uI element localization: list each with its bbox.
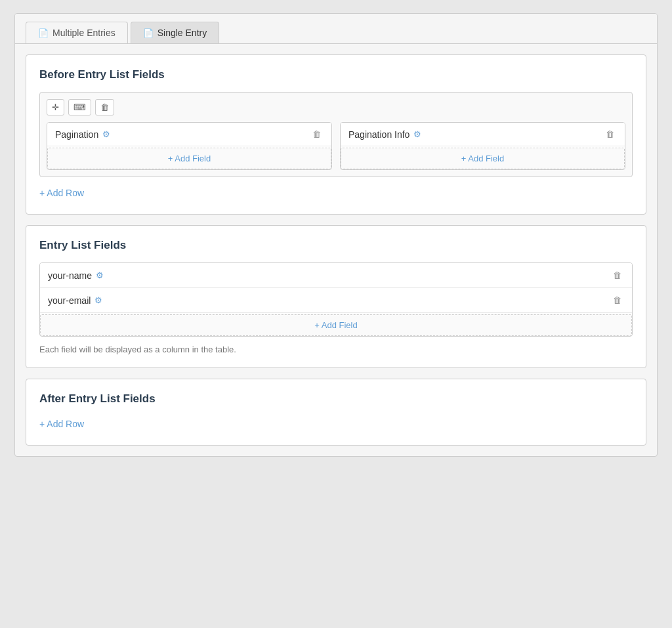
move-row-button[interactable]: ✛ <box>47 99 64 115</box>
pagination-info-field-name: Pagination Info <box>348 129 410 140</box>
after-entry-title: After Entry List Fields <box>39 392 633 406</box>
your-name-gear-icon[interactable]: ⚙ <box>96 270 104 280</box>
after-add-row-button[interactable]: + Add Row <box>39 416 84 432</box>
your-name-delete-icon[interactable]: 🗑 <box>610 269 624 282</box>
main-container: 📄 Multiple Entries 📄 Single Entry Before… <box>14 13 658 457</box>
columns-button[interactable]: ⌨ <box>68 99 91 115</box>
your-email-delete-icon[interactable]: 🗑 <box>610 294 624 306</box>
entry-list-fields-container: your-name ⚙ 🗑 your-email ⚙ 🗑 + Add Field <box>39 262 633 337</box>
pagination-field-name: Pagination <box>55 129 98 140</box>
tab-multiple-label: Multiple Entries <box>52 28 116 38</box>
before-add-row-button[interactable]: + Add Row <box>39 185 84 201</box>
entry-list-hint: Each field will be displayed as a column… <box>39 345 633 354</box>
before-entry-column-1: Pagination ⚙ 🗑 + Add Field <box>47 122 332 170</box>
section-entry-list: Entry List Fields your-name ⚙ 🗑 your-ema… <box>26 225 646 368</box>
your-email-field-item: your-email ⚙ 🗑 <box>40 288 632 313</box>
tab-single-entry[interactable]: 📄 Single Entry <box>131 22 219 43</box>
entry-list-add-field-button[interactable]: + Add Field <box>40 314 632 336</box>
your-name-field-item: your-name ⚙ 🗑 <box>40 263 632 288</box>
before-add-field-button-2[interactable]: + Add Field <box>341 148 625 169</box>
pagination-gear-icon[interactable]: ⚙ <box>102 129 110 139</box>
copy-icon: 📄 <box>38 28 49 38</box>
tabs-bar: 📄 Multiple Entries 📄 Single Entry <box>15 14 657 44</box>
pagination-info-gear-icon[interactable]: ⚙ <box>413 129 421 139</box>
delete-row-button[interactable]: 🗑 <box>95 99 114 115</box>
section-after-entry: After Entry List Fields + Add Row <box>26 379 646 446</box>
your-email-field-name: your-email <box>48 295 91 306</box>
section-before-entry: Before Entry List Fields ✛ ⌨ 🗑 Paginatio… <box>26 54 646 215</box>
tab-single-label: Single Entry <box>158 28 207 38</box>
entry-list-title: Entry List Fields <box>39 239 633 252</box>
your-name-label: your-name ⚙ <box>48 270 104 281</box>
your-email-label: your-email ⚙ <box>48 295 102 306</box>
pagination-info-label: Pagination Info ⚙ <box>348 129 421 140</box>
pagination-info-delete-icon[interactable]: 🗑 <box>603 128 617 140</box>
before-entry-row: ✛ ⌨ 🗑 Pagination ⚙ 🗑 <box>39 92 633 177</box>
doc-icon: 📄 <box>143 28 154 38</box>
pagination-delete-icon[interactable]: 🗑 <box>310 128 324 140</box>
pagination-label: Pagination ⚙ <box>55 129 110 140</box>
tab-multiple-entries[interactable]: 📄 Multiple Entries <box>26 22 128 43</box>
your-email-gear-icon[interactable]: ⚙ <box>94 295 102 305</box>
before-add-field-button-1[interactable]: + Add Field <box>47 148 331 169</box>
row-toolbar: ✛ ⌨ 🗑 <box>47 99 625 115</box>
before-entry-column-2: Pagination Info ⚙ 🗑 + Add Field <box>340 122 625 170</box>
your-name-field-name: your-name <box>48 270 92 281</box>
before-entry-columns: Pagination ⚙ 🗑 + Add Field Pagination In… <box>47 122 625 170</box>
pagination-info-field-item: Pagination Info ⚙ 🗑 <box>341 123 625 146</box>
main-content: Before Entry List Fields ✛ ⌨ 🗑 Paginatio… <box>15 44 657 456</box>
pagination-field-item: Pagination ⚙ 🗑 <box>47 123 331 146</box>
before-entry-title: Before Entry List Fields <box>39 68 633 81</box>
